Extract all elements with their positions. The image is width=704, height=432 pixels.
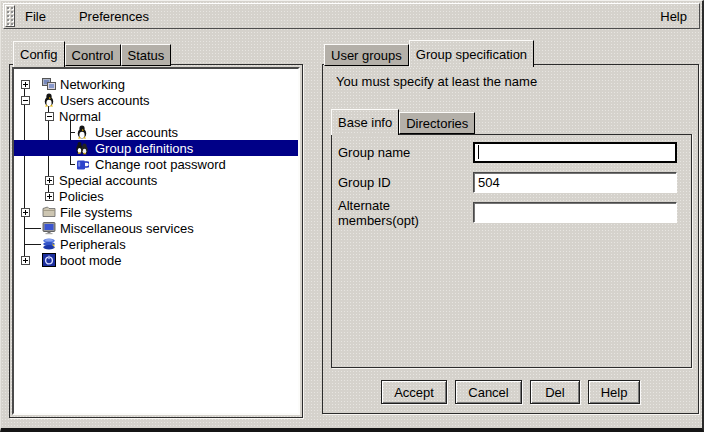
expander-minus-icon[interactable]: [21, 96, 30, 105]
tab-config[interactable]: Config: [13, 41, 65, 67]
expander-plus-icon[interactable]: [45, 192, 54, 201]
expander-plus-icon[interactable]: [21, 80, 30, 89]
tree-item-file-systems[interactable]: File systems: [14, 204, 298, 220]
networking-icon: [42, 77, 56, 91]
tab-control[interactable]: Control: [65, 44, 121, 66]
monitor-icon: [42, 221, 56, 235]
hint-message: You must specify at least the name: [336, 74, 537, 89]
linuxconf-window: File Preferences Help Config Control Sta…: [0, 0, 704, 432]
power-icon: [42, 253, 56, 267]
tree-viewport: Networking Users accounts Normal User ac…: [12, 67, 300, 415]
left-tab-bar: Config Control Status: [13, 39, 171, 66]
tree-item-label: Networking: [60, 77, 125, 92]
tree-item-label: Normal: [59, 109, 101, 124]
penguin-icon: [42, 93, 56, 107]
group-id-label: Group ID: [338, 175, 473, 190]
group-specification-page: You must specify at least the name Base …: [322, 64, 699, 414]
tree-item-label: Miscellaneous services: [60, 221, 194, 236]
form-row: Group ID: [338, 172, 677, 193]
group-name-input[interactable]: [473, 142, 677, 163]
folder-icon: [42, 205, 56, 219]
config-page: Networking Users accounts Normal User ac…: [9, 64, 303, 418]
menu-grip-handle[interactable]: [5, 5, 15, 27]
tree-item-networking[interactable]: Networking: [14, 76, 298, 92]
tab-status[interactable]: Status: [121, 44, 172, 66]
help-button[interactable]: Help: [588, 380, 640, 404]
tree-item-miscellaneous-services[interactable]: Miscellaneous services: [14, 220, 298, 236]
tab-user-groups[interactable]: User groups: [324, 44, 409, 66]
expander-plus-icon[interactable]: [21, 208, 30, 217]
tab-base-info[interactable]: Base info: [331, 109, 399, 135]
group-name-entry-wrap: [473, 142, 677, 163]
menu-preferences[interactable]: Preferences: [79, 9, 149, 24]
tree-item-change-root-password[interactable]: Change root password: [14, 156, 298, 172]
tree-item-label: File systems: [60, 205, 132, 220]
expander-plus-icon[interactable]: [21, 256, 30, 265]
group-id-entry-wrap: [473, 172, 677, 193]
tree-item-users-accounts[interactable]: Users accounts: [14, 92, 298, 108]
tree-item-peripherals[interactable]: Peripherals: [14, 236, 298, 252]
mug-icon: [75, 157, 89, 171]
cancel-button[interactable]: Cancel: [455, 380, 522, 404]
tree-item-label: Special accounts: [59, 173, 157, 188]
alternate-members-entry-wrap: [473, 202, 677, 223]
tree-item-label: Policies: [59, 189, 104, 204]
menu-bar: File Preferences Help: [3, 3, 700, 29]
form-row: Group name: [338, 142, 677, 163]
tree-item-label: Group definitions: [95, 141, 193, 156]
right-tab-bar: User groups Group specification: [324, 38, 534, 66]
alternate-members-label: Alternate members(opt): [338, 198, 473, 228]
tree-item-boot-mode[interactable]: boot mode: [14, 252, 298, 268]
group-id-input[interactable]: [473, 172, 677, 193]
tree-item-policies[interactable]: Policies: [14, 188, 298, 204]
tree-item-group-definitions[interactable]: Group definitions: [14, 140, 298, 156]
action-button-row: Accept Cancel Del Help: [323, 380, 698, 404]
form-row: Alternate members(opt): [338, 202, 677, 223]
penguin-group-icon: [75, 141, 89, 155]
tree-item-label: User accounts: [95, 125, 178, 140]
group-name-label: Group name: [338, 145, 473, 160]
alternate-members-input[interactable]: [473, 202, 677, 223]
tree-item-label: boot mode: [60, 253, 121, 268]
tree-item-special-accounts[interactable]: Special accounts: [14, 172, 298, 188]
expander-plus-icon[interactable]: [45, 176, 54, 185]
tab-group-specification[interactable]: Group specification: [409, 40, 534, 67]
accept-button[interactable]: Accept: [381, 380, 447, 404]
config-tree: Networking Users accounts Normal User ac…: [14, 69, 298, 413]
del-button[interactable]: Del: [530, 380, 580, 404]
tree-item-normal[interactable]: Normal: [14, 108, 298, 124]
tree-item-user-accounts[interactable]: User accounts: [14, 124, 298, 140]
expander-minus-icon[interactable]: [45, 112, 54, 121]
base-info-panel: Group name Group ID Alternate members(op…: [331, 134, 692, 368]
tab-directories[interactable]: Directories: [399, 112, 475, 134]
menu-file[interactable]: File: [25, 9, 46, 24]
sub-tab-bar: Base info Directories: [331, 107, 475, 134]
tree-item-label: Peripherals: [60, 237, 126, 252]
disks-icon: [42, 237, 56, 251]
menu-help[interactable]: Help: [660, 9, 687, 24]
tree-item-label: Change root password: [95, 157, 226, 172]
tree-item-label: Users accounts: [60, 93, 150, 108]
penguin-icon: [75, 125, 89, 139]
